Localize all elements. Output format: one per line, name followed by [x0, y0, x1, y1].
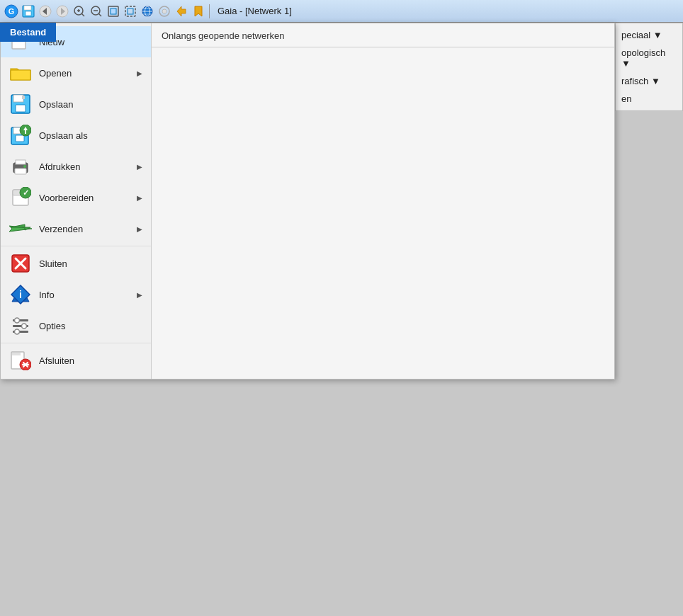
svg-marker-69 [12, 353, 21, 355]
folder-icon [9, 62, 32, 84]
svg-rect-44 [16, 160, 26, 164]
save-icon [9, 93, 32, 115]
save-toolbar-button[interactable] [21, 4, 36, 19]
svg-rect-18 [125, 6, 135, 16]
menu-item-opslaan-label: Opslaan [39, 99, 142, 110]
menu-item-voorbereiden-label: Voorbereiden [39, 193, 134, 203]
svg-line-15 [98, 13, 101, 16]
menu-item-verzenden-label: Verzenden [39, 224, 134, 234]
svg-point-26 [162, 9, 166, 13]
svg-rect-32 [11, 70, 30, 80]
svg-text:i: i [19, 289, 22, 300]
right-partial-item-3[interactable]: rafisch ▼ [616, 72, 682, 90]
svg-text:G: G [9, 7, 15, 16]
svg-rect-45 [15, 169, 26, 174]
svg-point-46 [23, 165, 26, 168]
send-icon [9, 217, 32, 240]
svg-point-67 [15, 329, 20, 334]
menu-divider-1 [1, 246, 151, 246]
svg-rect-3 [24, 6, 31, 10]
bestand-dropdown: Nieuw Openen ▶ [0, 23, 615, 380]
arrow-button[interactable] [174, 4, 189, 19]
app-title: Gaia - [Netwerk 1] [218, 6, 292, 16]
options-icon [9, 314, 32, 337]
afdrukken-arrow: ▶ [137, 163, 142, 171]
svg-rect-36 [22, 96, 25, 99]
svg-text:✓: ✓ [23, 188, 29, 197]
menu-item-verzenden[interactable]: Verzenden ▶ [1, 213, 151, 244]
menu-item-opslaan-als-label: Opslaan als [39, 130, 142, 141]
recent-panel: Onlangs geopende netwerken [152, 23, 614, 379]
svg-rect-17 [111, 8, 116, 14]
svg-rect-39 [16, 135, 24, 142]
menu-item-afdrukken-label: Afdrukken [39, 161, 134, 172]
menu-item-opslaan[interactable]: Opslaan [1, 89, 151, 120]
svg-rect-34 [13, 95, 23, 102]
circle-view-button[interactable] [157, 4, 172, 19]
menu-item-afdrukken[interactable]: Afdrukken ▶ [1, 151, 151, 182]
right-partial-item-2[interactable]: opologisch ▼ [616, 44, 682, 72]
zoom-in-button[interactable] [72, 4, 87, 19]
svg-rect-19 [128, 8, 133, 14]
toolbar-separator [209, 4, 210, 18]
menu-item-opslaan-als[interactable]: Opslaan als [1, 120, 151, 151]
bestand-menu-tab[interactable]: Bestand [0, 23, 56, 42]
menu-item-info[interactable]: i Info ▶ [1, 279, 151, 310]
menu-item-voorbereiden[interactable]: ✓ Voorbereiden ▶ [1, 182, 151, 213]
voorbereiden-arrow: ▶ [137, 194, 142, 202]
openen-arrow: ▶ [137, 69, 142, 77]
prepare-icon: ✓ [9, 186, 32, 209]
exit-icon [9, 349, 32, 372]
menu-item-sluiten-label: Sluiten [39, 258, 142, 269]
recent-header: Onlangs geopende netwerken [152, 23, 614, 47]
menu-item-openen-label: Openen [39, 68, 134, 79]
svg-line-12 [81, 13, 84, 16]
right-partial-menu: peciaal ▼ opologisch ▼ rafisch ▼ en [615, 23, 683, 111]
info-icon: i [9, 283, 32, 306]
menu-panel: Nieuw Openen ▶ [1, 23, 152, 379]
save-as-icon [9, 124, 32, 147]
back-button[interactable] [38, 4, 53, 19]
svg-marker-28 [195, 6, 202, 16]
svg-point-63 [15, 318, 20, 323]
print-icon [9, 155, 32, 178]
menu-item-sluiten[interactable]: Sluiten [1, 248, 151, 279]
menu-divider-2 [1, 343, 151, 343]
svg-rect-35 [16, 105, 26, 112]
app-icon: G [4, 4, 19, 19]
close-icon [9, 252, 32, 275]
menu-item-afsluiten-label: Afsluiten [39, 355, 142, 366]
forward-button[interactable] [55, 4, 70, 19]
bookmark-button[interactable] [191, 4, 206, 19]
svg-point-65 [22, 324, 27, 329]
svg-marker-27 [177, 6, 186, 16]
menu-item-afsluiten[interactable]: Afsluiten [1, 345, 151, 376]
menu-item-info-label: Info [39, 290, 134, 300]
right-partial-item-1[interactable]: peciaal ▼ [616, 26, 682, 44]
menu-item-opties[interactable]: Opties [1, 310, 151, 341]
svg-rect-4 [26, 11, 31, 16]
verzenden-arrow: ▶ [137, 225, 142, 233]
menu-item-opties-label: Opties [39, 321, 142, 331]
info-arrow: ▶ [137, 291, 142, 299]
right-partial-item-4[interactable]: en [616, 90, 682, 108]
zoom-fit-button[interactable] [106, 4, 121, 19]
zoom-select-button[interactable] [123, 4, 138, 19]
network-view-button[interactable] [140, 4, 155, 19]
zoom-out-button[interactable] [89, 4, 104, 19]
menu-item-openen[interactable]: Openen ▶ [1, 57, 151, 89]
title-bar: G [0, 0, 683, 23]
